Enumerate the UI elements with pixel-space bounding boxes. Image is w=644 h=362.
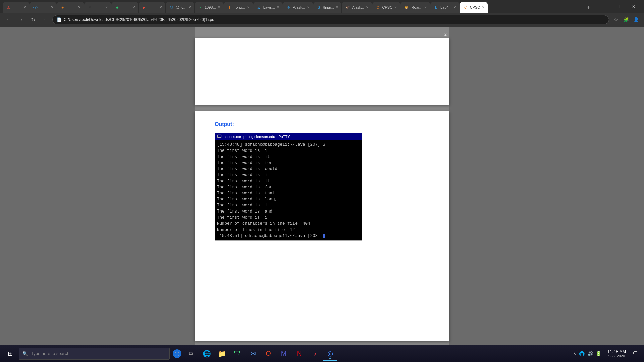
tab-close-button[interactable]: × xyxy=(482,5,484,10)
tab-favicon: M xyxy=(88,5,92,10)
tab-close-button[interactable]: × xyxy=(24,5,26,10)
pdf-page-main: Output: access.computing.clemson.edu - P… xyxy=(195,111,449,341)
taskbar-search[interactable]: 🔍 Type here to search xyxy=(19,348,170,360)
tab-bar: ⚠×</>×◈×M×◉×▶×@@nc...×✓1098...×TTong...×… xyxy=(0,0,644,13)
back-button[interactable]: ← xyxy=(4,15,13,24)
taskbar-app-netflix[interactable]: N xyxy=(292,346,307,361)
minimize-button[interactable]: — xyxy=(594,2,609,11)
cortana-button[interactable]: ◯ xyxy=(171,348,183,360)
browser-tab-tab-13[interactable]: 🦅Alask...× xyxy=(342,2,372,13)
tab-favicon: ◉ xyxy=(115,5,119,10)
taskbar-app-edge[interactable]: 🌐 xyxy=(199,346,214,361)
tab-close-button[interactable]: × xyxy=(78,5,80,10)
taskbar-apps: 🌐📁🛡✉OMN♪◎ xyxy=(199,346,337,361)
putty-title: access.computing.clemson.edu - PuTTY xyxy=(224,135,290,139)
browser-tab-tab-2[interactable]: </>× xyxy=(30,2,57,13)
tab-close-button[interactable]: × xyxy=(51,5,53,10)
browser-tab-tab-16[interactable]: LLab4...× xyxy=(430,2,460,13)
address-icons: ☆ 🧩 👤 xyxy=(612,16,640,24)
browser-tab-tab-3[interactable]: ◈× xyxy=(57,2,84,13)
forward-button[interactable]: → xyxy=(16,15,25,24)
task-view-icon: ⧉ xyxy=(189,351,193,357)
tab-close-button[interactable]: × xyxy=(132,5,135,10)
tab-favicon: @ xyxy=(169,5,174,10)
tab-close-button[interactable]: × xyxy=(160,5,162,10)
task-view-button[interactable]: ⧉ xyxy=(184,348,197,360)
tab-close-button[interactable]: × xyxy=(105,5,108,10)
bookmark-button[interactable]: ☆ xyxy=(612,16,620,24)
tray-network-icon[interactable]: 🌐 xyxy=(579,351,585,356)
tab-favicon: G xyxy=(317,5,321,10)
tab-favicon: 🦁 xyxy=(404,5,409,10)
tab-label: @nc... xyxy=(176,5,186,9)
browser-tab-tab-8[interactable]: ✓1098...× xyxy=(195,2,224,13)
browser-tab-tab-17[interactable]: CCPSC× xyxy=(460,2,488,13)
tray-chevron[interactable]: ∧ xyxy=(573,351,576,356)
page-content: 2 Output: xyxy=(0,27,644,345)
taskbar-app-teams[interactable]: M xyxy=(276,346,291,361)
close-button[interactable]: ✕ xyxy=(626,2,641,11)
start-button[interactable]: ⊞ xyxy=(3,346,17,361)
reload-button[interactable]: ↻ xyxy=(28,15,38,24)
address-input[interactable]: 📄 C:/Users/texti/Downloads/CPSC%201060%2… xyxy=(52,15,609,24)
browser-tab-tab-7[interactable]: @@nc...× xyxy=(166,2,194,13)
taskbar-app-file-explorer[interactable]: 📁 xyxy=(215,346,229,361)
browser-tab-tab-9[interactable]: TTong...× xyxy=(224,2,253,13)
tab-label: tlingi... xyxy=(323,5,334,9)
tab-favicon: ⚠ xyxy=(6,5,11,10)
pdf-page-rest xyxy=(215,241,429,341)
tab-label: Alask... xyxy=(352,5,364,9)
terminal-line: The first word is: i xyxy=(217,202,360,208)
profile-button[interactable]: 👤 xyxy=(632,16,640,24)
taskbar-app-defender[interactable]: 🛡 xyxy=(230,346,245,361)
tab-close-button[interactable]: × xyxy=(247,5,250,10)
clock-time: 11:48 AM xyxy=(607,349,626,354)
browser-tab-tab-5[interactable]: ◉× xyxy=(111,2,138,13)
tab-favicon: C xyxy=(463,5,468,10)
browser-tab-tab-4[interactable]: M× xyxy=(84,2,111,13)
output-heading: Output: xyxy=(215,121,429,127)
tab-close-button[interactable]: × xyxy=(307,5,310,10)
tab-close-button[interactable]: × xyxy=(277,5,279,10)
tab-label: CPSC xyxy=(470,5,480,9)
extensions-button[interactable]: 🧩 xyxy=(622,16,630,24)
terminal-line: [15:48:48] sdracho@babbage11:~/Java [207… xyxy=(217,142,360,148)
terminal-line: The first word is: i xyxy=(217,172,360,178)
browser-tab-tab-11[interactable]: ✈Alask...× xyxy=(283,2,313,13)
tray-battery-icon[interactable]: 🔋 xyxy=(596,351,601,356)
notification-button[interactable]: 🗨 xyxy=(629,346,641,361)
svg-rect-3 xyxy=(218,138,221,138)
tab-close-button[interactable]: × xyxy=(454,5,456,10)
terminal-line: The first word is: it xyxy=(217,154,360,160)
tab-close-button[interactable]: × xyxy=(366,5,369,10)
tab-close-button[interactable]: × xyxy=(336,5,338,10)
tab-close-button[interactable]: × xyxy=(394,5,397,10)
browser-tab-tab-1[interactable]: ⚠× xyxy=(3,2,30,13)
tab-close-button[interactable]: × xyxy=(218,5,220,10)
tab-close-button[interactable]: × xyxy=(424,5,427,10)
putty-terminal-body: [15:48:48] sdracho@babbage11:~/Java [207… xyxy=(215,140,362,240)
tray-volume-icon[interactable]: 🔊 xyxy=(587,351,593,356)
start-icon: ⊞ xyxy=(8,350,13,357)
system-tray: ∧ 🌐 🔊 🔋 xyxy=(570,351,604,356)
taskbar-app-chrome[interactable]: ◎ xyxy=(323,346,337,361)
home-button[interactable]: ⌂ xyxy=(40,15,50,24)
address-bar: ← → ↻ ⌂ 📄 C:/Users/texti/Downloads/CPSC%… xyxy=(0,13,644,27)
taskbar-app-office[interactable]: O xyxy=(261,346,276,361)
taskbar-app-itunes[interactable]: ♪ xyxy=(307,346,322,361)
new-tab-button[interactable]: + xyxy=(584,3,593,13)
tab-close-button[interactable]: × xyxy=(189,5,191,10)
taskbar-app-mail[interactable]: ✉ xyxy=(246,346,260,361)
tab-label: Alask... xyxy=(293,5,305,9)
tab-label: Lab4... xyxy=(440,5,452,9)
browser-tab-tab-10[interactable]: ⚖Laws...× xyxy=(253,2,283,13)
browser-tab-tab-12[interactable]: Gtlingi...× xyxy=(313,2,342,13)
tab-favicon: C xyxy=(376,5,380,10)
browser-tab-tab-14[interactable]: CCPSC× xyxy=(372,2,400,13)
clock-area[interactable]: 11:48 AM 9/22/2020 xyxy=(605,349,629,358)
putty-titlebar: access.computing.clemson.edu - PuTTY xyxy=(215,133,362,140)
browser-tab-tab-6[interactable]: ▶× xyxy=(139,2,165,13)
browser-tab-tab-15[interactable]: 🦁iRoar...× xyxy=(400,2,430,13)
maximize-button[interactable]: ❐ xyxy=(610,2,625,11)
terminal-line: [15:48:51] sdracho@babbage11:~/Java [208… xyxy=(217,233,360,239)
